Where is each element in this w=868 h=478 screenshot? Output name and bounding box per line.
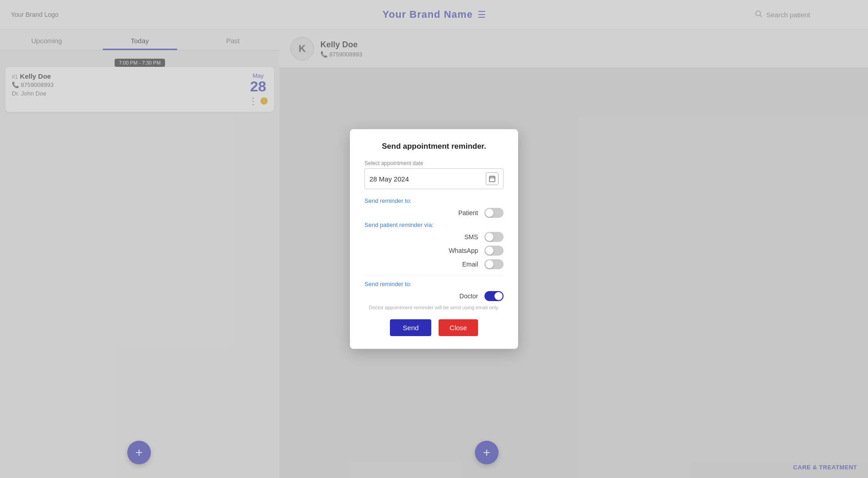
email-toggle-row: Email: [364, 259, 504, 269]
doctor-toggle-thumb: [494, 292, 503, 300]
email-toggle-track: [484, 259, 504, 269]
send-button[interactable]: Send: [390, 319, 431, 336]
sms-toggle-row: SMS: [364, 232, 504, 242]
patient-toggle-row: Patient: [364, 208, 504, 218]
doctor-toggle-row: Doctor: [364, 291, 504, 301]
date-row: 28 May 2024: [364, 168, 504, 189]
date-value: 28 May 2024: [369, 175, 486, 183]
reminder-modal: Send appointment reminder. Select appoin…: [350, 129, 518, 349]
sms-toggle-track: [484, 232, 504, 242]
date-field-label: Select appointment date: [364, 160, 504, 166]
send-reminder-label-2: Send reminder to:: [364, 281, 504, 287]
calendar-icon[interactable]: [486, 172, 499, 185]
send-via-label: Send patient reminder via:: [364, 221, 504, 228]
divider: [364, 276, 504, 276]
sms-label: SMS: [464, 233, 478, 241]
sms-toggle-thumb: [485, 233, 494, 241]
email-toggle[interactable]: [484, 259, 504, 269]
close-button[interactable]: Close: [439, 319, 478, 336]
whatsapp-toggle-thumb: [485, 247, 494, 255]
patient-toggle-thumb: [485, 209, 494, 217]
whatsapp-toggle[interactable]: [484, 246, 504, 256]
doctor-toggle[interactable]: [484, 291, 504, 301]
modal-buttons: Send Close: [364, 319, 504, 336]
whatsapp-label: WhatsApp: [449, 247, 478, 254]
patient-toggle-track: [484, 208, 504, 218]
send-reminder-label-1: Send reminder to:: [364, 197, 504, 204]
patient-label: Patient: [458, 209, 478, 216]
modal-overlay: Send appointment reminder. Select appoin…: [0, 0, 868, 478]
svg-rect-2: [489, 176, 495, 182]
whatsapp-toggle-row: WhatsApp: [364, 246, 504, 256]
sms-toggle[interactable]: [484, 232, 504, 242]
email-label: Email: [462, 261, 478, 268]
doctor-toggle-track: [484, 291, 504, 301]
modal-title: Send appointment reminder.: [364, 142, 504, 151]
whatsapp-toggle-track: [484, 246, 504, 256]
doctor-note: Doctor appointment reminder will be send…: [364, 305, 504, 310]
doctor-label: Doctor: [459, 292, 478, 300]
patient-toggle[interactable]: [484, 208, 504, 218]
email-toggle-thumb: [485, 260, 494, 268]
